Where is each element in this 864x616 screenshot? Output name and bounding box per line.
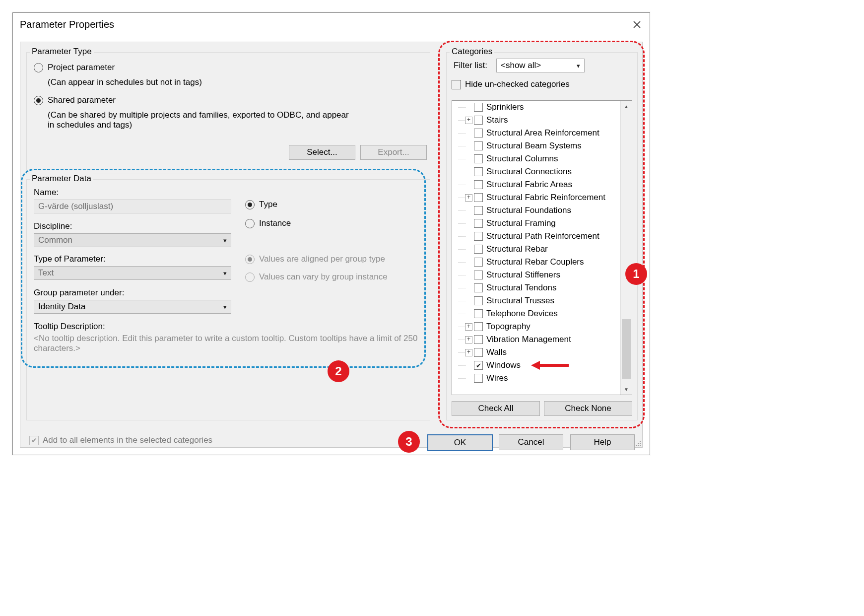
type-of-parameter-combo: Text▾ — [34, 266, 231, 280]
radio-label: Project parameter — [48, 63, 115, 72]
category-item[interactable]: Telephone Devices — [452, 307, 620, 320]
category-checkbox[interactable] — [474, 141, 483, 150]
categories-tree[interactable]: Sprinklers+StairsStructural Area Reinfor… — [452, 100, 632, 395]
cancel-button[interactable]: Cancel — [499, 434, 563, 450]
checkbox-label: Add to all elements in the selected cate… — [43, 435, 212, 445]
category-checkbox[interactable] — [474, 154, 483, 163]
category-checkbox[interactable] — [474, 206, 483, 215]
project-parameter-hint: (Can appear in schedules but not in tags… — [48, 77, 202, 87]
category-checkbox[interactable] — [474, 193, 483, 202]
category-label: Structural Columns — [486, 154, 558, 164]
groupbox-parameter-type: Parameter Type Project parameter (Can ap… — [26, 52, 430, 174]
check-all-button[interactable]: Check All — [452, 401, 540, 416]
radio-label: Type — [259, 200, 277, 209]
tree-expand-icon[interactable]: + — [465, 349, 472, 356]
category-item[interactable]: Structural Rebar Couplers — [452, 256, 620, 269]
tree-expand-icon[interactable]: + — [465, 194, 472, 202]
radio-project-parameter[interactable]: Project parameter — [34, 63, 115, 72]
category-label: Structural Connections — [486, 167, 572, 177]
resize-grip-icon[interactable] — [634, 439, 641, 446]
category-checkbox[interactable] — [474, 129, 483, 137]
category-label: Windows — [486, 360, 521, 370]
radio-icon — [34, 63, 43, 72]
filter-list-combo[interactable]: <show all>▾ — [496, 59, 585, 72]
category-checkbox[interactable] — [474, 258, 483, 267]
category-item[interactable]: +Vibration Management — [452, 333, 620, 346]
category-checkbox[interactable] — [474, 219, 483, 228]
category-label: Structural Stiffeners — [486, 270, 560, 280]
category-item[interactable]: Structural Stiffeners — [452, 269, 620, 281]
tree-expand-icon[interactable]: + — [465, 336, 472, 343]
dialog-window: Parameter Properties Parameter Type Proj… — [12, 12, 650, 455]
radio-icon — [245, 255, 255, 264]
category-checkbox[interactable] — [474, 116, 483, 125]
category-item[interactable]: +Stairs — [452, 114, 620, 127]
titlebar: Parameter Properties — [13, 13, 650, 36]
category-checkbox[interactable] — [474, 103, 483, 112]
category-checkbox[interactable] — [474, 180, 483, 189]
category-checkbox[interactable] — [474, 296, 483, 305]
category-item[interactable]: Structural Columns — [452, 152, 620, 165]
group-under-combo[interactable]: Identity Data▾ — [34, 300, 231, 314]
category-checkbox[interactable] — [474, 374, 483, 383]
chevron-down-icon: ▾ — [223, 303, 227, 311]
hide-unchecked-checkbox[interactable]: Hide un-checked categories — [452, 79, 570, 89]
category-checkbox[interactable] — [474, 271, 483, 279]
category-checkbox[interactable] — [474, 167, 483, 176]
category-item[interactable]: +Topography — [452, 320, 620, 333]
category-label: Sprinklers — [486, 102, 524, 112]
category-label: Structural Rebar — [486, 244, 548, 254]
tree-expand-icon[interactable]: + — [465, 323, 472, 331]
category-checkbox[interactable] — [474, 283, 483, 292]
help-button[interactable]: Help — [570, 434, 635, 450]
category-label: Structural Fabric Areas — [486, 180, 572, 190]
category-checkbox[interactable] — [474, 361, 483, 370]
category-item[interactable]: Structural Area Reinforcement — [452, 127, 620, 139]
add-to-all-checkbox: Add to all elements in the selected cate… — [29, 435, 212, 445]
category-checkbox[interactable] — [474, 309, 483, 318]
category-checkbox[interactable] — [474, 322, 483, 331]
window-title: Parameter Properties — [20, 19, 114, 30]
scroll-up-icon[interactable]: ▲ — [621, 101, 632, 112]
category-item[interactable]: Wires — [452, 372, 620, 385]
category-label: Wires — [486, 373, 508, 383]
close-icon — [633, 21, 641, 28]
category-item[interactable]: Structural Connections — [452, 165, 620, 178]
category-checkbox[interactable] — [474, 348, 483, 357]
category-label: Structural Rebar Couplers — [486, 257, 584, 267]
category-item[interactable]: Structural Trusses — [452, 294, 620, 307]
select-button[interactable]: Select... — [289, 145, 355, 160]
scroll-down-icon[interactable]: ▼ — [621, 384, 632, 395]
category-item[interactable]: +Structural Fabric Reinforcement — [452, 191, 620, 204]
category-item[interactable]: Windows — [452, 359, 620, 372]
category-label: Structural Foundations — [486, 205, 571, 215]
category-item[interactable]: +Walls — [452, 346, 620, 359]
close-button[interactable] — [628, 15, 646, 33]
category-item[interactable]: Structural Fabric Areas — [452, 178, 620, 191]
category-item[interactable]: Structural Path Reinforcement — [452, 230, 620, 243]
category-item[interactable]: Structural Beam Systems — [452, 139, 620, 152]
category-checkbox[interactable] — [474, 245, 483, 254]
category-item[interactable]: Structural Rebar — [452, 243, 620, 256]
category-item[interactable]: Sprinklers — [452, 101, 620, 114]
category-checkbox[interactable] — [474, 335, 483, 344]
category-item[interactable]: Structural Foundations — [452, 204, 620, 217]
discipline-combo: Common▾ — [34, 233, 231, 247]
category-checkbox[interactable] — [474, 232, 483, 241]
check-none-button[interactable]: Check None — [544, 401, 632, 416]
radio-label: Instance — [259, 218, 291, 228]
category-label: Topography — [486, 322, 531, 332]
radio-instance[interactable]: Instance — [245, 218, 291, 228]
category-item[interactable]: Structural Tendons — [452, 281, 620, 294]
radio-shared-parameter[interactable]: Shared parameter — [34, 95, 116, 105]
groupbox-legend: Categories — [450, 47, 494, 57]
ok-button[interactable]: OK — [427, 434, 493, 451]
category-item[interactable]: Structural Framing — [452, 217, 620, 230]
scroll-thumb[interactable] — [622, 319, 631, 379]
scrollbar[interactable]: ▲ ▼ — [620, 101, 632, 395]
radio-icon — [245, 219, 255, 228]
radio-icon — [245, 273, 255, 282]
radio-type[interactable]: Type — [245, 200, 277, 209]
tree-expand-icon[interactable]: + — [465, 117, 472, 124]
chevron-down-icon: ▾ — [577, 62, 580, 69]
